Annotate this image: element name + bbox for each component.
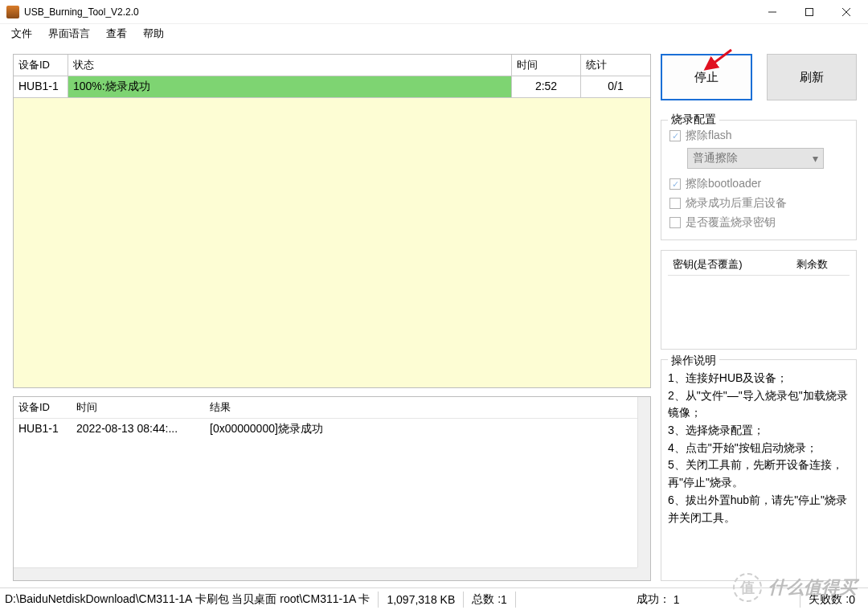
erase-bootloader-checkbox[interactable]: ✓ 擦除bootloader <box>668 174 850 193</box>
help-text: 1、连接好HUB及设备； 2、从"文件"—"导入烧录包"加载烧录镜像； 3、选择… <box>668 365 850 526</box>
log-cell-time: 2022-08-13 08:44:... <box>72 419 205 440</box>
log-col-time[interactable]: 时间 <box>72 397 205 419</box>
log-col-result[interactable]: 结果 <box>205 397 650 419</box>
checkbox-icon: ✓ <box>669 130 681 141</box>
log-col-id[interactable]: 设备ID <box>14 397 72 419</box>
reboot-after-checkbox[interactable]: 烧录成功后重启设备 <box>668 193 850 212</box>
col-device-id[interactable]: 设备ID <box>14 55 68 76</box>
maximize-button[interactable] <box>791 0 828 24</box>
checkbox-icon <box>669 198 681 209</box>
scrollbar-horizontal[interactable] <box>14 567 637 580</box>
window-title: USB_Burning_Tool_V2.2.0 <box>24 6 754 18</box>
col-time[interactable]: 时间 <box>512 55 581 76</box>
window-controls <box>754 0 865 24</box>
key-header: 密钥(是否覆盖) 剩余数 <box>668 254 850 276</box>
log-row[interactable]: HUB1-1 2022-08-13 08:44:... [0x00000000]… <box>14 419 650 440</box>
log-cell-result: [0x00000000]烧录成功 <box>205 419 650 440</box>
device-table-header: 设备ID 状态 时间 统计 <box>14 55 650 76</box>
cell-device-id: HUB1-1 <box>14 76 68 98</box>
log-table: 设备ID 时间 结果 HUB1-1 2022-08-13 08:44:... [… <box>13 396 651 581</box>
help-group: 操作说明 1、连接好HUB及设备； 2、从"文件"—"导入烧录包"加载烧录镜像；… <box>661 359 857 581</box>
log-header: 设备ID 时间 结果 <box>14 397 650 419</box>
reboot-after-label: 烧录成功后重启设备 <box>686 196 787 211</box>
erase-bootloader-label: 擦除bootloader <box>686 177 761 191</box>
cell-time: 2:52 <box>512 76 581 98</box>
menubar: 文件 界面语言 查看 帮助 <box>0 24 868 43</box>
left-column: 设备ID 状态 时间 统计 HUB1-1 100%:烧录成功 2:52 0/1 … <box>0 44 657 587</box>
device-row[interactable]: HUB1-1 100%:烧录成功 2:52 0/1 <box>14 76 650 98</box>
overwrite-key-checkbox[interactable]: 是否覆盖烧录密钥 <box>668 212 850 231</box>
key-col-remain[interactable]: 剩余数 <box>792 254 850 275</box>
erase-mode-value: 普通擦除 <box>693 151 738 166</box>
status-total: 总数 : 1 <box>463 592 515 608</box>
checkbox-icon: ✓ <box>669 178 681 190</box>
device-table: 设备ID 状态 时间 统计 HUB1-1 100%:烧录成功 2:52 0/1 <box>13 54 651 388</box>
chevron-down-icon: ▾ <box>813 152 818 165</box>
menu-view[interactable]: 查看 <box>98 25 135 43</box>
checkbox-icon <box>669 217 681 228</box>
config-title: 烧录配置 <box>668 113 719 127</box>
status-ok: 成功： 1 <box>515 592 800 608</box>
status-fail: 失败数 : 0 <box>800 592 863 608</box>
key-col-name[interactable]: 密钥(是否覆盖) <box>668 254 792 275</box>
erase-flash-label: 擦除flash <box>686 129 732 143</box>
menu-language[interactable]: 界面语言 <box>40 25 98 43</box>
col-stat[interactable]: 统计 <box>581 55 650 76</box>
erase-mode-select[interactable]: 普通擦除 ▾ <box>687 148 824 169</box>
key-group: 密钥(是否覆盖) 剩余数 <box>661 250 857 350</box>
status-path: D:\BaiduNetdiskDownload\CM311-1A 卡刷包 当贝桌… <box>5 592 378 607</box>
app-icon <box>6 6 19 18</box>
statusbar: D:\BaiduNetdiskDownload\CM311-1A 卡刷包 当贝桌… <box>0 587 868 610</box>
log-cell-id: HUB1-1 <box>14 419 72 440</box>
scrollbar-vertical[interactable] <box>637 397 650 567</box>
stop-button[interactable]: 停止 <box>661 54 752 100</box>
menu-file[interactable]: 文件 <box>3 25 40 43</box>
close-button[interactable] <box>828 0 865 24</box>
overwrite-key-label: 是否覆盖烧录密钥 <box>686 215 776 230</box>
scroll-corner <box>637 567 650 580</box>
button-row: 停止 刷新 <box>661 54 857 100</box>
cell-status: 100%:烧录成功 <box>68 76 512 98</box>
erase-flash-checkbox[interactable]: ✓ 擦除flash <box>668 125 850 145</box>
refresh-button[interactable]: 刷新 <box>767 54 857 100</box>
col-status[interactable]: 状态 <box>68 55 512 76</box>
minimize-button[interactable] <box>754 0 791 24</box>
right-column: 停止 刷新 烧录配置 ✓ 擦除flash 普通擦除 ▾ ✓ 擦除bootload… <box>657 44 868 587</box>
content: 设备ID 状态 时间 统计 HUB1-1 100%:烧录成功 2:52 0/1 … <box>0 44 868 587</box>
cell-stat: 0/1 <box>581 76 650 98</box>
svg-rect-1 <box>806 8 813 15</box>
help-title: 操作说明 <box>668 352 719 370</box>
burn-config-group: 烧录配置 ✓ 擦除flash 普通擦除 ▾ ✓ 擦除bootloader 烧录成… <box>661 120 857 240</box>
titlebar: USB_Burning_Tool_V2.2.0 <box>0 0 868 24</box>
menu-help[interactable]: 帮助 <box>135 25 172 43</box>
status-size: 1,097,318 KB <box>378 592 463 608</box>
